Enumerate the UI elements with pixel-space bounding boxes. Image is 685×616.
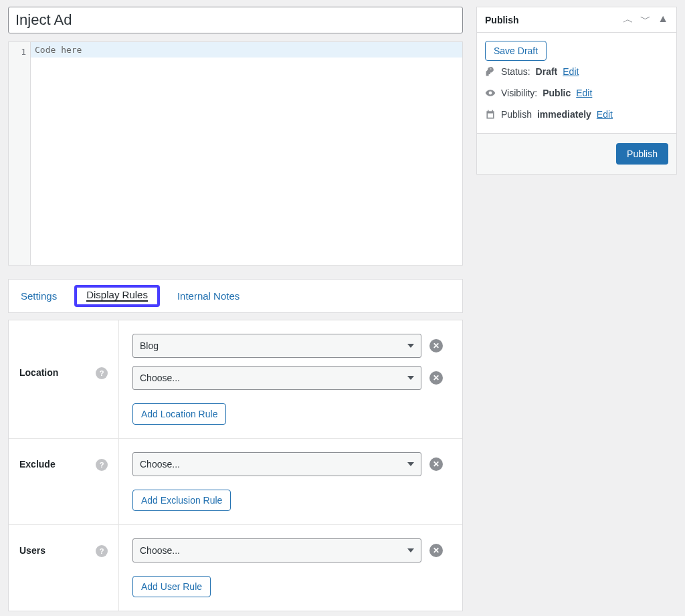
tab-internal-notes[interactable]: Internal Notes <box>177 288 239 304</box>
rule-label-users-text: Users <box>19 545 45 556</box>
remove-rule-icon[interactable]: ✕ <box>429 371 443 385</box>
users-select-0[interactable]: Choose... <box>132 538 421 562</box>
rule-row-location: Location ? Blog ✕ Choose... <box>9 320 462 439</box>
eye-icon <box>485 88 496 98</box>
rule-label-location: Location ? <box>9 320 119 438</box>
code-editor[interactable]: 1 Code here <box>8 41 463 266</box>
rule-label-location-text: Location <box>19 367 58 378</box>
line-number: 1 <box>9 46 26 58</box>
remove-rule-icon[interactable]: ✕ <box>429 544 443 557</box>
remove-rule-icon[interactable]: ✕ <box>429 457 443 471</box>
code-placeholder: Code here <box>31 42 462 58</box>
location-select-0[interactable]: Blog <box>132 334 421 358</box>
rules-table: Location ? Blog ✕ Choose... <box>8 320 463 611</box>
code-gutter: 1 <box>9 42 31 265</box>
visibility-value: Public <box>543 88 571 98</box>
edit-schedule-link[interactable]: Edit <box>597 109 613 120</box>
edit-status-link[interactable]: Edit <box>563 66 579 77</box>
visibility-label: Visibility: <box>501 88 537 98</box>
key-icon <box>485 66 496 77</box>
help-icon[interactable]: ? <box>96 459 108 471</box>
select-value: Blog <box>140 340 159 351</box>
add-user-rule-button[interactable]: Add User Rule <box>132 576 211 597</box>
sidebar: Publish ︿ ﹀ ▲ Save Draft Status: Draft E… <box>476 7 677 175</box>
schedule-value: immediately <box>537 109 591 120</box>
post-title-input[interactable] <box>8 7 463 33</box>
calendar-icon <box>485 109 496 120</box>
chevron-down-icon <box>407 376 414 380</box>
select-value: Choose... <box>140 373 180 383</box>
location-select-1[interactable]: Choose... <box>132 366 421 390</box>
rule-label-exclude: Exclude ? <box>9 439 119 524</box>
publish-body: Save Draft Status: Draft Edit Visibility… <box>477 33 676 133</box>
rule-content-location: Blog ✕ Choose... ✕ Add Location Rule <box>119 320 462 438</box>
rule-content-users: Choose... ✕ Add User Rule <box>119 525 462 611</box>
code-area[interactable]: Code here <box>31 42 462 265</box>
main-column: 1 Code here Settings Display Rules Inter… <box>8 7 463 611</box>
status-label: Status: <box>501 66 530 77</box>
select-value: Choose... <box>140 545 180 556</box>
save-draft-button[interactable]: Save Draft <box>485 41 547 61</box>
move-down-icon[interactable]: ﹀ <box>640 13 651 27</box>
collapse-icon[interactable]: ▲ <box>658 13 668 27</box>
add-exclusion-rule-button[interactable]: Add Exclusion Rule <box>132 490 231 511</box>
tab-display-rules[interactable]: Display Rules <box>74 285 160 307</box>
move-up-icon[interactable]: ︿ <box>623 13 633 27</box>
status-line: Status: Draft Edit <box>485 61 668 82</box>
publish-header: Publish ︿ ﹀ ▲ <box>477 7 676 33</box>
tab-active-underline <box>86 300 148 302</box>
chevron-down-icon <box>407 548 414 552</box>
rule-label-users: Users ? <box>9 525 119 611</box>
chevron-down-icon <box>407 462 414 466</box>
publish-button[interactable]: Publish <box>616 143 668 165</box>
tab-settings[interactable]: Settings <box>21 288 57 304</box>
select-value: Choose... <box>140 459 180 470</box>
chevron-down-icon <box>407 344 414 348</box>
publish-footer: Publish <box>477 133 676 174</box>
help-icon[interactable]: ? <box>96 367 108 379</box>
visibility-line: Visibility: Public Edit <box>485 82 668 104</box>
edit-visibility-link[interactable]: Edit <box>576 88 592 98</box>
schedule-line: Publish immediately Edit <box>485 104 668 125</box>
exclude-select-0[interactable]: Choose... <box>132 452 421 476</box>
rule-label-exclude-text: Exclude <box>19 459 56 470</box>
remove-rule-icon[interactable]: ✕ <box>429 339 443 352</box>
schedule-prefix: Publish <box>501 109 532 120</box>
help-icon[interactable]: ? <box>96 545 108 557</box>
publish-metabox: Publish ︿ ﹀ ▲ Save Draft Status: Draft E… <box>476 7 677 175</box>
rule-row-users: Users ? Choose... ✕ Add User Rule <box>9 525 462 611</box>
status-value: Draft <box>536 66 558 77</box>
rule-content-exclude: Choose... ✕ Add Exclusion Rule <box>119 439 462 524</box>
publish-title: Publish <box>485 15 519 25</box>
rule-row-exclude: Exclude ? Choose... ✕ Add Exclusion Rule <box>9 439 462 525</box>
tabs-box: Settings Display Rules Internal Notes <box>8 279 463 313</box>
add-location-rule-button[interactable]: Add Location Rule <box>132 403 226 425</box>
